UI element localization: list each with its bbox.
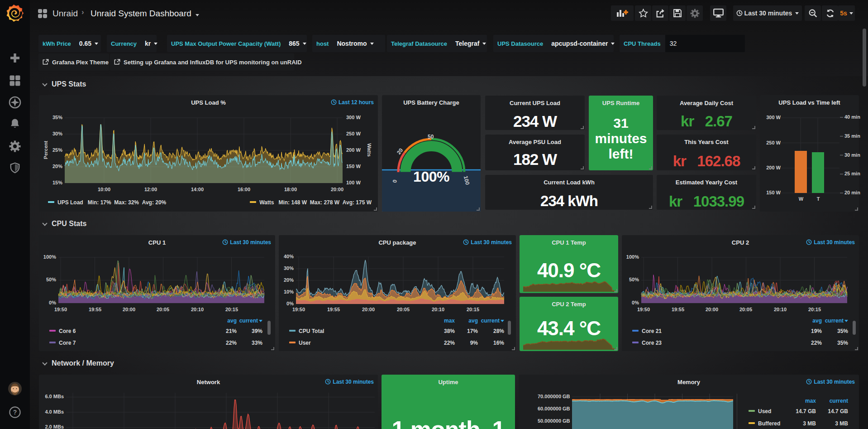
svg-text:?: ? — [13, 409, 17, 416]
